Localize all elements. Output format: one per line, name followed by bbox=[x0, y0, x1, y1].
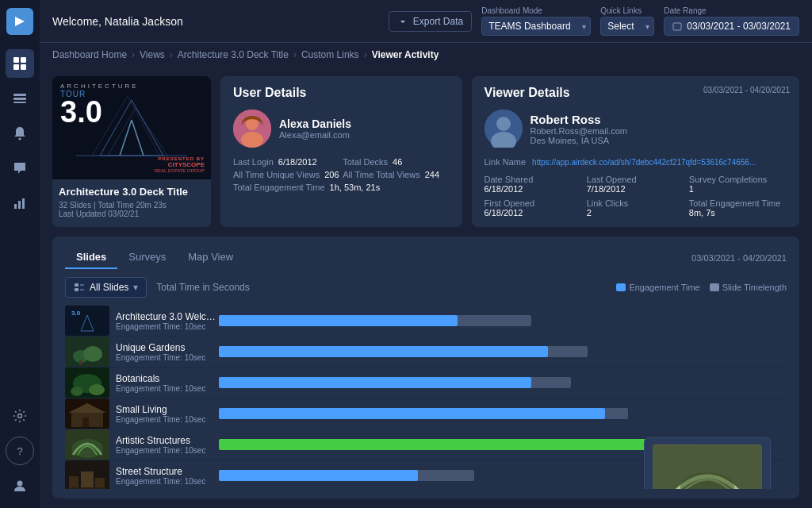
viewer-email: Robert.Ross@email.com bbox=[530, 126, 627, 136]
user-profile: Alexa Daniels Alexa@email.com bbox=[233, 110, 450, 148]
main-content: Welcome, Natalia Jackson Export Data Das… bbox=[40, 0, 812, 508]
svg-point-48 bbox=[71, 439, 103, 458]
bar-engagement-4 bbox=[219, 408, 605, 419]
tab-map-view[interactable]: Map View bbox=[177, 246, 244, 269]
svg-rect-55 bbox=[68, 487, 106, 489]
svg-rect-38 bbox=[79, 360, 82, 365]
legend-timelength-label: Slide Timelength bbox=[722, 283, 787, 292]
slide-eng-1: Engagement Time: 10sec bbox=[116, 322, 219, 331]
slide-name-6: Street Structure bbox=[116, 466, 219, 477]
svg-rect-6 bbox=[13, 102, 26, 103]
svg-point-42 bbox=[89, 384, 105, 395]
sidebar-item-chat[interactable] bbox=[6, 154, 34, 183]
dashboard-mode-select[interactable]: TEAMS Dashboard bbox=[481, 17, 591, 36]
sidebar-item-help[interactable]: ? bbox=[6, 437, 34, 465]
bar-engagement-3 bbox=[219, 377, 531, 388]
svg-rect-3 bbox=[21, 64, 26, 70]
viewer-profile-info: Robert Ross Robert.Ross@email.com Des Mo… bbox=[530, 113, 627, 145]
bar-container-4 bbox=[219, 406, 787, 421]
sidebar-item-chart[interactable] bbox=[6, 189, 34, 217]
svg-point-12 bbox=[17, 481, 23, 487]
slide-info-6: Street Structure Engagement Time: 10sec bbox=[116, 466, 219, 486]
svg-rect-9 bbox=[18, 201, 21, 209]
svg-rect-4 bbox=[13, 94, 26, 96]
svg-point-11 bbox=[18, 414, 22, 418]
sidebar-item-layers[interactable] bbox=[6, 84, 34, 113]
chart-rows: 3.0 Architecture 3.0 Welcom Engagement T… bbox=[65, 306, 787, 489]
slides-date-range: 03/03/2021 - 04/20/2021 bbox=[691, 253, 787, 263]
chart-area: 3.0 Architecture 3.0 Welcom Engagement T… bbox=[65, 306, 787, 489]
svg-point-26 bbox=[496, 117, 511, 131]
svg-rect-5 bbox=[13, 98, 26, 100]
stat-total-views: All Time Total Views 244 bbox=[343, 170, 449, 179]
slide-thumb-6 bbox=[65, 460, 109, 489]
svg-rect-29 bbox=[75, 288, 79, 291]
vg-total-engagement: Total Engagement Time 8m, 7s bbox=[689, 198, 787, 217]
legend-engagement: Engagement Time bbox=[616, 283, 699, 292]
content-area: ARCHITECTURE TOUR 3.0 PRESENTED BY CITYS… bbox=[40, 67, 812, 508]
date-range-label: Date Range bbox=[664, 6, 799, 15]
sidebar-item-bell[interactable] bbox=[6, 119, 34, 148]
stat-unique-views: All Time Unique Views 206 bbox=[233, 170, 339, 179]
sidebar-item-settings[interactable] bbox=[6, 402, 34, 430]
export-button[interactable]: Export Data bbox=[389, 11, 472, 32]
bar-engagement-2 bbox=[219, 346, 548, 357]
deck-updated: Last Updated 03/02/21 bbox=[59, 210, 205, 218]
slides-header: Slides Surveys Map View 03/03/2021 - 04/… bbox=[65, 246, 787, 269]
slide-thumb-4 bbox=[65, 398, 109, 429]
quick-links-select[interactable]: Select bbox=[600, 17, 654, 36]
deck-card: ARCHITECTURE TOUR 3.0 PRESENTED BY CITYS… bbox=[52, 76, 211, 227]
sidebar-item-user[interactable] bbox=[6, 471, 34, 500]
slide-thumb-5 bbox=[65, 429, 109, 460]
breadcrumb-home[interactable]: Dashboard Home bbox=[52, 49, 127, 60]
slide-info-4: Small Living Engagement Time: 10sec bbox=[116, 404, 219, 424]
tab-surveys[interactable]: Surveys bbox=[117, 246, 177, 269]
sidebar-item-grid[interactable] bbox=[6, 49, 34, 78]
slide-eng-6: Engagement Time: 10sec bbox=[116, 477, 219, 486]
quick-links-group: Quick Links Select bbox=[600, 6, 654, 36]
svg-rect-54 bbox=[95, 478, 105, 489]
tab-slides[interactable]: Slides bbox=[65, 246, 117, 269]
export-label: Export Data bbox=[413, 16, 463, 27]
table-row: 3.0 Architecture 3.0 Welcom Engagement T… bbox=[65, 306, 787, 337]
viewer-location: Des Moines, IA USA bbox=[530, 136, 627, 145]
svg-rect-2 bbox=[13, 64, 19, 70]
slide-eng-5: Engagement Time: 10sec bbox=[116, 446, 219, 455]
svg-point-41 bbox=[71, 387, 83, 396]
app-logo[interactable] bbox=[6, 8, 33, 35]
tooltip-thumb bbox=[653, 444, 762, 489]
slide-eng-2: Engagement Time: 10sec bbox=[116, 353, 219, 362]
bar-container-3 bbox=[219, 375, 787, 390]
stat-last-login: Last Login 6/18/2012 bbox=[233, 157, 339, 167]
svg-rect-53 bbox=[81, 471, 94, 489]
slide-thumb-2 bbox=[65, 337, 109, 367]
date-range-group: Date Range 03/03/2021 - 03/03/2021 bbox=[664, 6, 799, 36]
chart-axis-label: Total Time in Seconds bbox=[156, 282, 607, 293]
deck-slides: 32 Slides bbox=[59, 201, 91, 210]
slide-eng-3: Engagement Time: 10sec bbox=[116, 384, 219, 393]
deck-time: Total Time 20m 23s bbox=[98, 201, 167, 210]
breadcrumb-deck[interactable]: Architecture 3.0 Deck Title bbox=[178, 49, 289, 60]
svg-text:3.0: 3.0 bbox=[71, 310, 81, 317]
legend-engagement-dot bbox=[616, 283, 626, 291]
slide-name-1: Architecture 3.0 Welcom bbox=[116, 311, 219, 322]
user-email: Alexa@email.com bbox=[279, 130, 351, 140]
breadcrumb-custom[interactable]: Custom Links bbox=[301, 49, 359, 60]
viewer-details-card: Viewer Details 03/03/2021 - 04/20/2021 R… bbox=[472, 76, 800, 227]
date-range-button[interactable]: 03/03/2021 - 03/03/2021 bbox=[664, 17, 799, 36]
user-details-title: User Details bbox=[233, 86, 450, 100]
legend-timelength-dot bbox=[710, 283, 719, 291]
svg-point-7 bbox=[19, 138, 21, 140]
vg-date-shared: Date Shared 6/18/2012 bbox=[485, 175, 582, 194]
vg-link-clicks: Link Clicks 2 bbox=[587, 198, 684, 217]
slide-name-4: Small Living bbox=[116, 404, 219, 415]
breadcrumb-views[interactable]: Views bbox=[140, 49, 165, 60]
bar-engagement-1 bbox=[219, 315, 458, 326]
slide-info-2: Unique Gardens Engagement Time: 10sec bbox=[116, 342, 219, 362]
user-name: Alexa Daniels bbox=[279, 117, 351, 130]
slide-name-2: Unique Gardens bbox=[116, 342, 219, 353]
table-row: Unique Gardens Engagement Time: 10sec bbox=[65, 337, 787, 368]
slides-filter[interactable]: All Slides ▾ bbox=[65, 277, 147, 298]
svg-rect-46 bbox=[82, 418, 89, 427]
viewer-avatar bbox=[485, 110, 523, 148]
